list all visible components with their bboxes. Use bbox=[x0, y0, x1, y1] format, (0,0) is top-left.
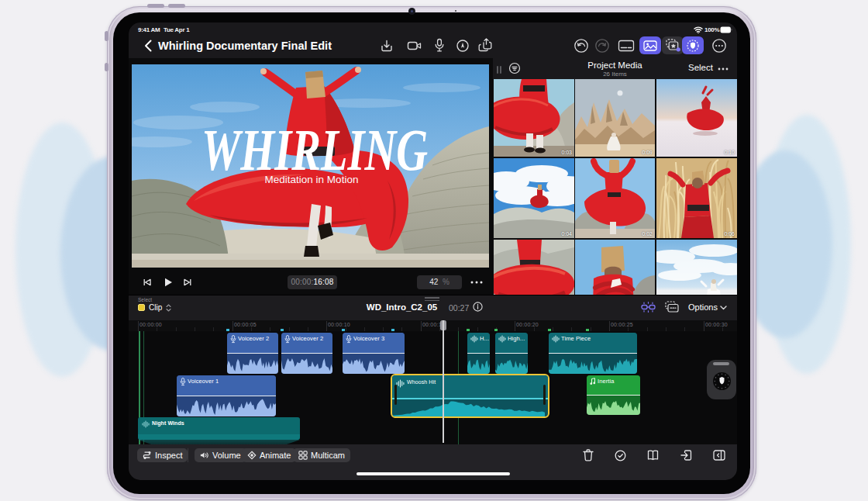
svg-text:WHIRLING: WHIRLING bbox=[202, 117, 428, 182]
svg-text:Meditation in Motion: Meditation in Motion bbox=[265, 174, 359, 185]
